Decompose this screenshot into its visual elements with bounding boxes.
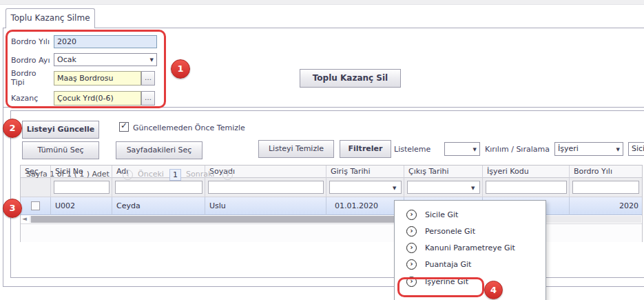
kirilim-siralama-select[interactable]: İşyeri ▼ xyxy=(554,142,623,156)
guncellemeden-once-temizle-checkbox[interactable]: ✓ xyxy=(119,122,129,132)
menu-item-personele-git[interactable]: › Personele Git xyxy=(395,223,546,240)
filter-giris-tarihi-input[interactable] xyxy=(329,181,402,194)
pager-summary: Sayfa 1 of 1 ( 1 ) Adet xyxy=(26,166,110,183)
annotation-badge-3: 3 xyxy=(3,199,22,218)
listeleme-label: Listeleme xyxy=(394,145,430,154)
menu-item-puantaja-git[interactable]: › Puantaja Git xyxy=(395,257,546,273)
menu-item-label: Personele Git xyxy=(425,223,475,240)
data-grid: Seç Sicil No Adı Soyadı Giriş Tarihi Çık… xyxy=(20,165,643,242)
circle-chevron-icon: › xyxy=(406,243,417,253)
listeyi-temizle-button[interactable]: Listeyi Temizle xyxy=(258,140,334,158)
clipped-select-value: Sici xyxy=(632,144,644,153)
row-cell-sicil-no[interactable]: U002 xyxy=(51,197,112,215)
filter-cikis-tarihi-input[interactable] xyxy=(407,181,480,194)
row-cell-giris-tarihi[interactable]: 01.01.2020 xyxy=(326,197,404,215)
menu-item-label: Sicile Git xyxy=(425,207,458,223)
annotation-rect-isyerine-git xyxy=(397,277,484,297)
col-header-isyeri-kodu[interactable]: İşyeri Kodu xyxy=(483,166,570,178)
pager-bar xyxy=(21,223,642,242)
annotation-badge-4: 4 xyxy=(484,281,503,299)
kirilim-siralama-value: İşyeri xyxy=(558,144,579,153)
kirilim-siralama-label: Kırılım / Sıralama xyxy=(485,145,550,154)
chevron-down-icon[interactable]: ▼ xyxy=(393,186,396,191)
tumunu-sec-button[interactable]: Tümünü Seç xyxy=(22,141,99,159)
top-strip xyxy=(0,0,644,5)
annotation-badge-2: 2 xyxy=(3,119,22,138)
filter-bordro-yili-input[interactable] xyxy=(572,181,639,194)
row-cell-bordro-yili[interactable]: 2020 xyxy=(570,197,642,215)
app-screen: Toplu Kazanç Silme Bordro Yılı Bordro Ay… xyxy=(0,0,644,300)
pager-next-label[interactable]: Sonraki xyxy=(186,166,214,183)
tab-toplu-kazanc-silme[interactable]: Toplu Kazanç Silme xyxy=(6,8,95,28)
circle-chevron-icon: › xyxy=(406,259,417,270)
check-icon: ✓ xyxy=(121,121,127,130)
pager-prev-label[interactable]: Önceki xyxy=(138,166,164,183)
row-cell-adi[interactable]: Ceyda xyxy=(112,197,205,215)
chevron-down-icon[interactable]: ▼ xyxy=(473,147,477,152)
menu-item-label: Kanuni Parametreye Git xyxy=(425,240,515,257)
guncellemeden-once-temizle-label: Güncellemeden Önce Temizle xyxy=(133,123,245,132)
scroll-left-arrow-icon[interactable]: ◄ xyxy=(22,215,27,222)
chevron-down-icon[interactable]: ▼ xyxy=(616,147,620,152)
chevron-down-icon[interactable]: ▼ xyxy=(471,186,475,191)
listeyi-guncelle-button[interactable]: Listeyi Güncelle xyxy=(22,121,99,139)
sayfadakileri-sec-button[interactable]: Sayfadakileri Seç xyxy=(116,141,202,159)
menu-item-kanuni-parametreye-git[interactable]: › Kanuni Parametreye Git xyxy=(395,240,546,257)
listeleme-select[interactable]: ▼ xyxy=(444,142,480,156)
row-cell-soyadi[interactable]: Uslu xyxy=(205,197,326,215)
annotation-badge-1: 1 xyxy=(171,59,190,79)
menu-item-sicile-git[interactable]: › Sicile Git xyxy=(395,207,546,223)
pager-next-icon[interactable]: › xyxy=(222,170,233,180)
col-header-giris-tarihi[interactable]: Giriş Tarihi xyxy=(326,166,404,178)
clipped-select[interactable]: Sici xyxy=(628,142,644,156)
circle-chevron-icon: › xyxy=(406,226,417,237)
circle-chevron-icon: › xyxy=(406,210,417,220)
filter-isyeri-kodu-input[interactable] xyxy=(486,181,567,194)
annotation-rect-form xyxy=(6,30,166,108)
col-header-bordro-yili[interactable]: Bordro Yılı xyxy=(570,166,642,178)
filtreler-button[interactable]: Filtreler xyxy=(340,140,391,158)
filter-soyadi-input[interactable] xyxy=(208,181,324,194)
pager-prev-icon[interactable]: ‹ xyxy=(123,170,133,180)
toplu-kazanc-sil-button[interactable]: Toplu Kazanç Sil xyxy=(300,69,401,88)
col-header-cikis-tarihi[interactable]: Çıkış Tarihi xyxy=(404,166,483,178)
pager-page-number[interactable]: 1 xyxy=(169,169,181,181)
menu-item-label: Puantaja Git xyxy=(425,257,471,273)
row-select-checkbox[interactable] xyxy=(31,201,40,210)
